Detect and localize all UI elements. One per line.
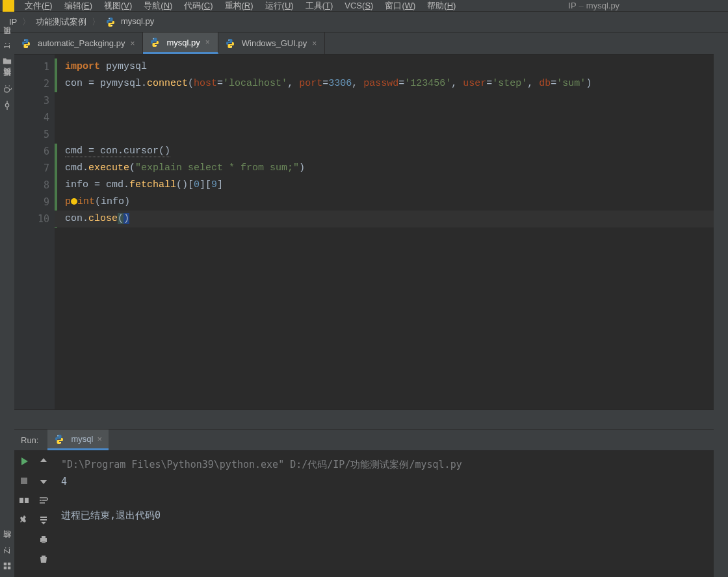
svg-rect-11 — [25, 498, 29, 503]
svg-point-2 — [5, 104, 8, 107]
menu-view[interactable]: 视图(V) — [99, 0, 137, 12]
up-arrow-icon[interactable] — [38, 456, 49, 467]
tab-label: Windows_GUI.py — [242, 38, 307, 48]
run-label: Run: — [14, 435, 38, 445]
run-actions-col1 — [14, 451, 34, 577]
breadcrumb-bar: IP 〉 功能测试案例 〉 mysql.py — [0, 12, 728, 32]
python-file-icon — [225, 38, 235, 49]
python-file-icon — [150, 37, 160, 47]
python-file-icon — [105, 17, 116, 27]
run-actions-col2 — [34, 451, 53, 577]
scroll-to-end-icon[interactable] — [38, 515, 49, 525]
run-toolbar: Run: mysql × — [14, 429, 714, 451]
menu-vcs[interactable]: VCS(S) — [339, 0, 378, 11]
close-icon[interactable]: × — [97, 434, 102, 444]
crumb-folder[interactable]: 功能测试案例 — [33, 16, 89, 28]
python-file-icon — [54, 434, 64, 444]
menu-edit[interactable]: 编辑(E) — [59, 0, 98, 12]
menu-tools[interactable]: 工具(T) — [300, 0, 339, 12]
python-file-icon — [21, 38, 31, 49]
menu-help[interactable]: 帮助(H) — [422, 0, 461, 12]
svg-rect-13 — [42, 536, 46, 538]
menu-code[interactable]: 代码(C) — [179, 0, 218, 12]
toolwin-project[interactable]: 1: 项目 — [2, 40, 13, 49]
line-gutter: 123 456 789 10 — [14, 55, 55, 409]
tab-mysql[interactable]: mysql.py × — [143, 32, 218, 54]
run-tab-label: mysql — [71, 434, 93, 444]
menu-refactor[interactable]: 重构(R) — [220, 0, 259, 12]
menu-file[interactable]: 文件(F) — [20, 0, 58, 12]
left-tool-stripe: 1: 项目 Q: 提交对话框 Z: 结构 — [0, 32, 14, 577]
svg-rect-7 — [4, 567, 6, 569]
window-title: IP–mysql.py — [462, 1, 725, 10]
down-arrow-icon[interactable] — [38, 476, 49, 486]
code-editor[interactable]: 123 456 789 10 import pymysql con = pymy… — [14, 55, 714, 409]
toolwin-commit[interactable]: Q: 提交对话框 — [2, 83, 13, 93]
close-icon[interactable]: × — [204, 38, 211, 47]
svg-rect-5 — [4, 563, 6, 565]
menu-bar: 文件(F) 编辑(E) 视图(V) 导航(N) 代码(C) 重构(R) 运行(U… — [0, 0, 728, 12]
tab-label: automatic_Packging.py — [38, 38, 125, 48]
structure-icon[interactable] — [3, 561, 12, 571]
layout-icon[interactable] — [19, 495, 29, 506]
run-panel: "D:\Program Files\Python39\python.exe" D… — [14, 451, 714, 577]
editor-tabs: automatic_Packging.py × mysql.py × Windo… — [14, 32, 714, 55]
pin-icon[interactable] — [19, 515, 29, 525]
menu-window[interactable]: 窗口(W) — [380, 0, 421, 12]
app-icon — [3, 0, 14, 12]
close-icon[interactable]: × — [129, 39, 136, 48]
print-icon[interactable] — [38, 534, 49, 545]
svg-rect-9 — [21, 478, 27, 484]
console-output[interactable]: "D:\Program Files\Python39\python.exe" D… — [53, 451, 714, 577]
menu-nav[interactable]: 导航(N) — [138, 0, 177, 12]
run-play-icon[interactable] — [19, 456, 29, 467]
trash-icon[interactable] — [38, 554, 49, 564]
chevron-icon: 〉 — [20, 16, 33, 28]
crumb-project[interactable]: IP — [6, 17, 20, 27]
svg-rect-14 — [42, 541, 46, 543]
menu-run[interactable]: 运行(U) — [260, 0, 299, 12]
close-icon[interactable]: × — [311, 39, 318, 48]
soft-wrap-icon[interactable] — [38, 495, 49, 506]
commit-icon[interactable] — [3, 101, 12, 110]
intention-bulb-icon[interactable] — [71, 198, 77, 205]
right-tool-stripe — [714, 32, 728, 577]
svg-rect-6 — [8, 563, 10, 565]
panel-divider[interactable] — [14, 409, 714, 429]
chevron-icon: 〉 — [89, 16, 103, 28]
tab-label: mysql.py — [166, 38, 200, 47]
run-tab[interactable]: mysql × — [47, 430, 109, 450]
code-text[interactable]: import pymysql con = pymysql.connect(hos… — [55, 55, 714, 227]
svg-rect-10 — [20, 498, 23, 503]
toolwin-structure[interactable]: Z: 结构 — [2, 545, 13, 554]
svg-rect-8 — [8, 567, 10, 569]
stop-icon[interactable] — [19, 476, 29, 486]
tab-automatic-packaging[interactable]: automatic_Packging.py × — [14, 32, 143, 54]
folder-icon[interactable] — [3, 57, 12, 66]
tab-windows-gui[interactable]: Windows_GUI.py × — [218, 32, 325, 54]
crumb-file[interactable]: mysql.py — [103, 16, 157, 27]
